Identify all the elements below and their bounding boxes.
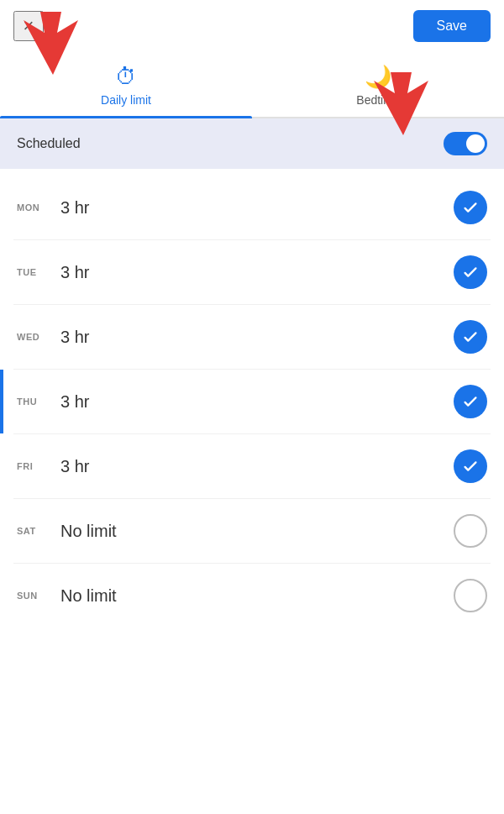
day-limit-wed[interactable]: 3 hr [60,328,454,347]
scheduled-label: Scheduled [17,136,81,151]
day-check-sat[interactable] [454,514,487,548]
day-abbr-thu: THU [17,396,57,407]
day-list: MON 3 hr TUE 3 hr WED 3 hr THU 3 hr [0,176,504,628]
table-row: SAT No limit [13,499,491,564]
day-check-wed[interactable] [454,320,487,354]
right-red-arrow [365,72,441,139]
day-limit-fri[interactable]: 3 hr [60,457,454,476]
save-button[interactable]: Save [413,10,491,42]
left-red-arrow [15,12,91,79]
svg-marker-1 [374,72,428,135]
day-abbr-fri: FRI [17,461,57,471]
table-row-today: THU 3 hr [13,370,491,434]
day-check-thu[interactable] [454,385,487,418]
day-check-sun[interactable] [454,579,487,612]
day-check-fri[interactable] [454,449,487,483]
day-limit-mon[interactable]: 3 hr [60,198,454,218]
checkmark-icon [461,457,480,475]
day-check-tue[interactable] [454,255,487,289]
svg-marker-0 [24,12,78,75]
scheduled-toggle[interactable] [444,132,487,155]
day-limit-thu[interactable]: 3 hr [60,392,454,412]
table-row: FRI 3 hr [13,434,491,499]
day-abbr-wed: WED [17,332,57,342]
checkmark-icon [461,198,480,217]
checkmark-icon [461,392,480,411]
day-abbr-sun: SUN [17,591,57,601]
day-limit-sat[interactable]: No limit [60,522,454,541]
day-abbr-tue: TUE [17,267,57,277]
day-abbr-mon: MON [17,202,57,213]
checkmark-icon [461,263,480,281]
day-check-mon[interactable] [454,191,487,224]
day-abbr-sat: SAT [17,526,57,536]
table-row: TUE 3 hr [13,240,491,305]
checkmark-icon [461,328,480,346]
table-row: WED 3 hr [13,305,491,370]
table-row: MON 3 hr [13,176,491,240]
tab-daily-limit-label: Daily limit [101,93,151,107]
timer-icon: ⏱ [115,64,137,90]
table-row: SUN No limit [13,564,491,628]
day-limit-sun[interactable]: No limit [60,586,454,606]
day-limit-tue[interactable]: 3 hr [60,263,454,282]
